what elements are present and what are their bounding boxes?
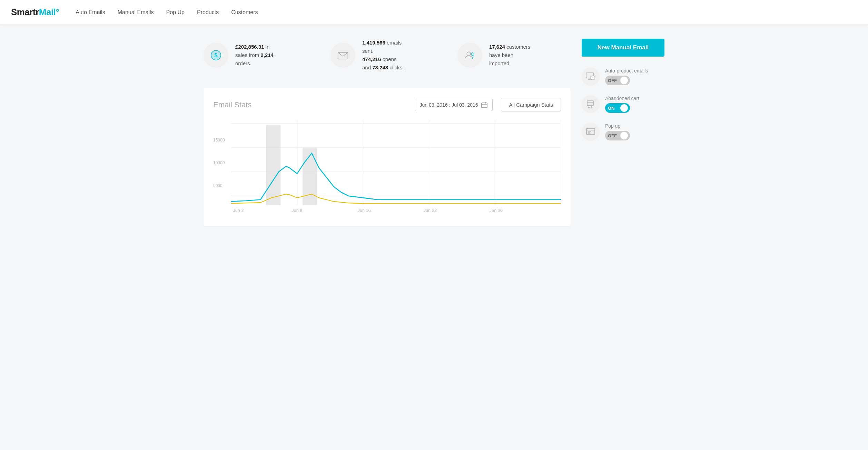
- sales-amount: £202,856.31: [235, 44, 264, 50]
- svg-point-35: [591, 107, 592, 108]
- header: SmartrMail° Auto Emails Manual Emails Po…: [0, 0, 868, 25]
- pop-up-toggle-info: Pop up OFF: [605, 123, 630, 140]
- chart-container: 15000 10000 5000: [213, 120, 561, 216]
- stat-customers: 17,624 customers have been imported.: [457, 43, 571, 68]
- email-icon: [337, 50, 348, 61]
- chart-area: Jun 2 Jun 9 Jun 16 Jun 23 Jun 30: [231, 120, 561, 216]
- emails-sent: 1,419,566: [362, 40, 385, 46]
- customers-icon-circle: [457, 43, 482, 68]
- nav-products[interactable]: Products: [197, 8, 219, 17]
- main-nav: Auto Emails Manual Emails Pop Up Product…: [76, 8, 258, 17]
- svg-point-5: [471, 53, 474, 56]
- sales-icon-circle: $: [204, 43, 228, 68]
- email-stats-section: Email Stats Jun 03, 2016 : Jul 03, 2016 …: [204, 88, 571, 226]
- sales-orders: 2,214: [260, 52, 274, 58]
- emails-icon-circle: [331, 43, 355, 68]
- date-picker[interactable]: Jun 03, 2016 : Jul 03, 2016: [415, 99, 493, 111]
- svg-text:$: $: [215, 52, 218, 58]
- content-area: $ £202,856.31 in sales from 2,214 orders…: [204, 39, 571, 226]
- emails-stat-text: 1,419,566 emails sent. 474,216 opens and…: [362, 39, 404, 72]
- cart-email-icon: [586, 100, 595, 109]
- chart-y-labels: 15000 10000 5000: [213, 120, 231, 206]
- svg-rect-19: [266, 125, 280, 205]
- toggle-pop-up: Pop up OFF: [582, 123, 664, 141]
- auto-product-toggle-info: Auto-product emails OFF: [605, 68, 648, 85]
- nav-customers[interactable]: Customers: [231, 8, 258, 17]
- stat-sales: $ £202,856.31 in sales from 2,214 orders…: [204, 43, 317, 68]
- stats-row: $ £202,856.31 in sales from 2,214 orders…: [204, 39, 571, 72]
- svg-text:Jun 30: Jun 30: [490, 208, 503, 213]
- stats-header: Email Stats Jun 03, 2016 : Jul 03, 2016 …: [213, 98, 561, 111]
- auto-product-dot: [620, 77, 628, 84]
- y-label-10000: 10000: [213, 160, 231, 165]
- pop-up-toggle[interactable]: OFF: [605, 131, 630, 140]
- svg-text:Jun 2: Jun 2: [233, 208, 244, 213]
- toggle-auto-product: Auto-product emails OFF: [582, 68, 664, 86]
- svg-rect-6: [482, 103, 487, 108]
- email-stats-title: Email Stats: [213, 100, 406, 109]
- abandoned-cart-label: Abandoned cart: [605, 96, 639, 101]
- abandoned-cart-state: ON: [608, 106, 620, 111]
- abandoned-cart-toggle-info: Abandoned cart ON: [605, 96, 639, 113]
- auto-product-state: OFF: [608, 78, 618, 83]
- y-label-15000: 15000: [213, 138, 231, 143]
- customers-icon: [464, 50, 475, 61]
- customers-count: 17,624: [489, 44, 505, 50]
- svg-text:Jun 9: Jun 9: [292, 208, 302, 213]
- pop-up-state: OFF: [608, 133, 618, 138]
- svg-point-4: [467, 52, 471, 56]
- auto-product-toggle[interactable]: OFF: [605, 76, 630, 85]
- dollar-icon: $: [210, 50, 221, 61]
- svg-text:Jun 16: Jun 16: [357, 208, 371, 213]
- all-campaign-stats-button[interactable]: All Campaign Stats: [501, 98, 561, 111]
- svg-text:Jun 23: Jun 23: [424, 208, 437, 213]
- new-manual-email-button[interactable]: New Manual Email: [582, 39, 664, 57]
- monitor-email-icon: [586, 72, 595, 81]
- svg-point-34: [589, 107, 590, 108]
- stat-emails: 1,419,566 emails sent. 474,216 opens and…: [331, 39, 444, 72]
- auto-product-label: Auto-product emails: [605, 68, 648, 74]
- sales-stat-text: £202,856.31 in sales from 2,214 orders.: [235, 43, 274, 68]
- auto-product-icon-circle: [582, 68, 600, 86]
- y-label-5000: 5000: [213, 183, 231, 188]
- abandoned-cart-toggle[interactable]: ON: [605, 103, 630, 113]
- chart-svg: Jun 2 Jun 9 Jun 16 Jun 23 Jun 30: [231, 120, 561, 216]
- toggle-abandoned-cart: Abandoned cart ON: [582, 95, 664, 113]
- logo: SmartrMail°: [11, 7, 59, 18]
- pop-up-label: Pop up: [605, 123, 630, 129]
- logo-accent: Mail°: [39, 7, 59, 17]
- customers-stat-text: 17,624 customers have been imported.: [489, 43, 530, 68]
- pop-up-dot: [620, 132, 628, 139]
- nav-manual-emails[interactable]: Manual Emails: [118, 8, 154, 17]
- right-sidebar: New Manual Email Auto-product emails OFF: [582, 39, 664, 226]
- calendar-icon: [481, 102, 487, 108]
- emails-opens: 474,216: [362, 56, 381, 62]
- main-layout: $ £202,856.31 in sales from 2,214 orders…: [193, 25, 675, 237]
- nav-auto-emails[interactable]: Auto Emails: [76, 8, 105, 17]
- emails-clicks: 73,248: [372, 65, 388, 70]
- nav-pop-up[interactable]: Pop Up: [166, 8, 185, 17]
- pop-up-icon-circle: [582, 123, 600, 141]
- date-range-text: Jun 03, 2016 : Jul 03, 2016: [420, 102, 478, 108]
- popup-icon: [586, 127, 595, 136]
- abandoned-cart-dot: [620, 104, 628, 112]
- abandoned-cart-icon-circle: [582, 95, 600, 113]
